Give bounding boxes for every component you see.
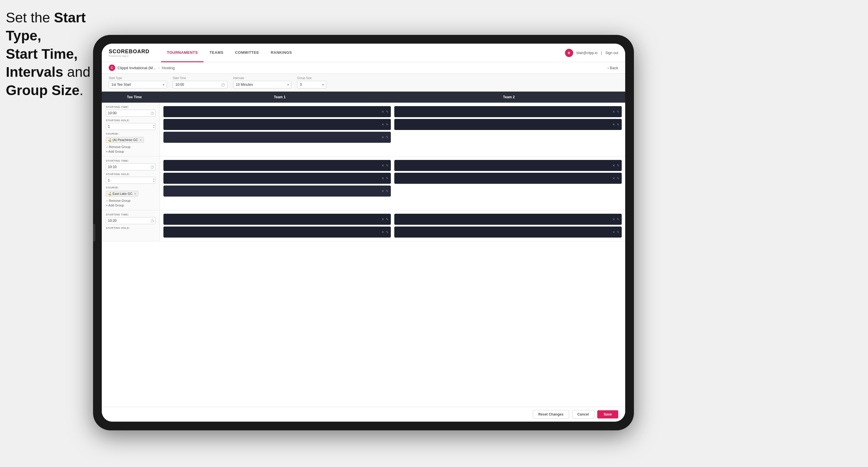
start-type-select-wrap: 1st Tee Start <box>109 81 167 88</box>
group-2-teams: ✕ ✎ ✕ ✎ ✕ <box>160 156 625 210</box>
group-1-actions: ○ Remove Group + Add Group <box>106 145 156 153</box>
back-label: ‹ Back <box>608 66 618 70</box>
slot-x-3-3[interactable]: ✕ <box>381 189 384 193</box>
course-remove-2[interactable]: ✕ <box>134 192 136 195</box>
player-slot-5-1: ✕ ✎ <box>163 214 391 225</box>
start-time-input[interactable] <box>173 81 227 88</box>
slot-x-1-1[interactable]: ✕ <box>381 110 384 114</box>
time-clock-icon-1: 🕐 <box>150 112 154 115</box>
action-bar: Reset Changes Cancel Save <box>102 407 625 422</box>
group-1-teams: ✕ ✎ ✕ ✎ ✕ <box>160 103 625 156</box>
sign-out-link[interactable]: Sign out <box>606 51 618 55</box>
remove-group-btn-2[interactable]: ○ Remove Group <box>106 199 156 203</box>
starting-time-input-3[interactable] <box>106 217 156 224</box>
add-group-btn-1[interactable]: + Add Group <box>106 150 156 153</box>
group-2-actions: ○ Remove Group + Add Group <box>106 199 156 207</box>
player-slot-3-2: ✕ ✎ <box>163 173 391 184</box>
slot-x-3-2[interactable]: ✕ <box>381 177 384 180</box>
annotation-bold-2: Group Size <box>6 83 80 98</box>
slot-edit-3-3[interactable]: ✎ <box>386 189 389 193</box>
slot-edit-1-1[interactable]: ✎ <box>386 110 389 114</box>
slot-actions-3-2: ✕ ✎ <box>381 177 389 180</box>
remove-group-label-2: Remove Group <box>109 199 130 203</box>
breadcrumb-logo-icon: C <box>109 65 115 71</box>
start-type-select[interactable]: 1st Tee Start <box>109 81 167 88</box>
time-clock-icon-2: 🕐 <box>150 165 154 169</box>
hole-stepper-down-2[interactable]: ▼ <box>153 180 155 183</box>
group-size-select[interactable]: 3 <box>297 81 326 88</box>
slot-edit-6-1[interactable]: ✎ <box>617 218 619 221</box>
slot-x-1-2[interactable]: ✕ <box>381 123 384 126</box>
slot-x-1-3[interactable]: ✕ <box>381 135 384 139</box>
annotation-text: Set the Start Type,Start Time,Intervals … <box>6 9 93 99</box>
player-slot-3-1: ✕ ✎ <box>163 160 391 171</box>
slot-edit-3-2[interactable]: ✎ <box>386 177 389 180</box>
nav-tournaments[interactable]: TOURNAMENTS <box>161 43 204 62</box>
course-remove-1[interactable]: ✕ <box>140 138 142 142</box>
player-slot-2-1: ✕ ✎ <box>394 106 622 117</box>
controls-row: Start Type 1st Tee Start Start Time 🕐 In… <box>102 73 625 92</box>
starting-hole-input-2[interactable] <box>106 177 156 184</box>
remove-group-btn-1[interactable]: ○ Remove Group <box>106 145 156 149</box>
slot-edit-5-1[interactable]: ✎ <box>386 218 389 221</box>
slot-x-6-1[interactable]: ✕ <box>612 218 615 221</box>
starting-hole-label-2: STARTING HOLE: <box>106 173 156 176</box>
course-tag-1: ⛳ (A) Peachtree GC ✕ <box>106 137 144 143</box>
starting-time-input-2[interactable] <box>106 163 156 170</box>
start-time-group: Start Time 🕐 <box>173 76 227 88</box>
slot-edit-2-2[interactable]: ✎ <box>617 123 619 126</box>
player-slot-5-2: ✕ ✎ <box>163 226 391 238</box>
reset-button[interactable]: Reset Changes <box>533 410 569 419</box>
slot-actions-4-2: ✕ ✎ <box>612 177 619 180</box>
back-button[interactable]: ‹ Back <box>608 66 618 70</box>
table-header: Tee Time Team 1 Team 2 <box>102 92 625 103</box>
nav-links: TOURNAMENTS TEAMS COMMITTEE RANKINGS <box>161 43 565 62</box>
slot-edit-1-2[interactable]: ✎ <box>386 123 389 126</box>
add-group-btn-2[interactable]: + Add Group <box>106 204 156 207</box>
hole-stepper-down-1[interactable]: ▼ <box>153 126 155 129</box>
player-slot-6-1: ✕ ✎ <box>394 214 622 225</box>
slot-x-6-2[interactable]: ✕ <box>612 230 615 234</box>
starting-hole-input-1[interactable] <box>106 123 156 130</box>
slot-edit-4-2[interactable]: ✎ <box>617 177 619 180</box>
player-slot-6-2: ✕ ✎ <box>394 226 622 238</box>
slot-x-2-1[interactable]: ✕ <box>612 110 615 114</box>
player-slot-2-2: ✕ ✎ <box>394 119 622 130</box>
slot-edit-1-3[interactable]: ✎ <box>386 135 389 139</box>
add-group-label-2: + Add Group <box>106 204 124 207</box>
slot-x-4-1[interactable]: ✕ <box>612 164 615 167</box>
group-row-1: STARTING TIME: 🕐 STARTING HOLE: ▲ ▼ COUR… <box>102 103 625 156</box>
starting-time-input-1[interactable] <box>106 110 156 117</box>
slot-x-3-1[interactable]: ✕ <box>381 164 384 167</box>
group-row-3: STARTING TIME: 🕐 STARTING HOLE: ✕ ✎ <box>102 210 625 241</box>
cancel-button[interactable]: Cancel <box>572 410 594 419</box>
save-button[interactable]: Save <box>597 410 618 418</box>
slot-x-5-2[interactable]: ✕ <box>381 230 384 234</box>
slot-x-5-1[interactable]: ✕ <box>381 218 384 221</box>
slot-edit-2-1[interactable]: ✎ <box>617 110 619 114</box>
starting-time-input-wrap-1: 🕐 <box>106 110 156 117</box>
col-tee-time: Tee Time <box>105 94 163 100</box>
slot-actions-1-2: ✕ ✎ <box>381 123 389 126</box>
slot-edit-4-1[interactable]: ✎ <box>617 164 619 167</box>
starting-hole-stepper-1: ▲ ▼ <box>106 123 156 130</box>
nav-committee[interactable]: COMMITTEE <box>229 43 265 62</box>
player-slot-3-3: ✕ ✎ <box>163 186 391 196</box>
slot-actions-3-1: ✕ ✎ <box>381 164 389 167</box>
slot-x-4-2[interactable]: ✕ <box>612 177 615 180</box>
course-name-1: (A) Peachtree GC <box>113 138 138 142</box>
player-slot-4-2: ✕ ✎ <box>394 173 622 184</box>
logo-sub: Powered by clipp.d <box>109 55 150 57</box>
nav-teams[interactable]: TEAMS <box>204 43 229 62</box>
breadcrumb-tournament[interactable]: Clippd Invitational (M... <box>118 66 156 70</box>
player-slot-1-2: ✕ ✎ <box>163 119 391 130</box>
intervals-select[interactable]: 10 Minutes <box>233 81 291 88</box>
team2-col-1: ✕ ✎ ✕ ✎ <box>394 106 622 153</box>
nav-rankings[interactable]: RANKINGS <box>265 43 298 62</box>
slot-x-2-2[interactable]: ✕ <box>612 123 615 126</box>
slot-edit-3-1[interactable]: ✎ <box>386 164 389 167</box>
remove-icon-1: ○ <box>106 146 107 149</box>
course-icon-2: ⛳ <box>108 192 112 195</box>
slot-edit-5-2[interactable]: ✎ <box>386 230 389 234</box>
slot-edit-6-2[interactable]: ✎ <box>617 230 619 234</box>
